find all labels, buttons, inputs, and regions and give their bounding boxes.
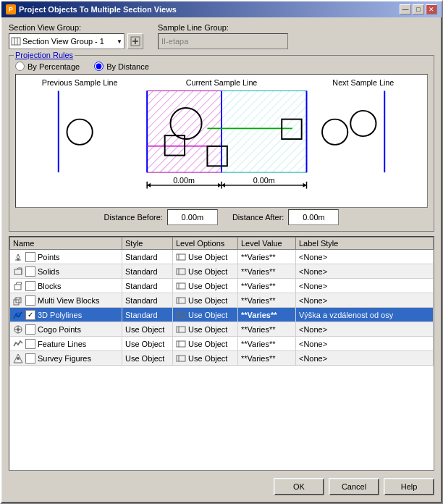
add-icon xyxy=(130,36,140,46)
row-style: Standard xyxy=(122,293,173,308)
row-style: Standard xyxy=(122,250,173,264)
distance-after-group: Distance After: 0.00m xyxy=(232,209,339,225)
row-checkbox[interactable]: ✓ xyxy=(25,310,35,320)
table-body: Points StandardUse Object**Varies**<None… xyxy=(10,250,434,366)
previous-label: Previous Sample Line xyxy=(42,78,118,87)
row-type-icon xyxy=(13,252,23,262)
row-checkbox[interactable] xyxy=(25,324,35,335)
row-type-icon xyxy=(13,339,23,349)
svg-point-66 xyxy=(17,328,20,331)
table-row[interactable]: Multi View Blocks StandardUse Object**Va… xyxy=(10,293,434,308)
col-header-level-options: Level Options xyxy=(173,238,238,250)
row-level-value: **Varies** xyxy=(238,322,296,337)
section-view-dropdown[interactable]: Section View Group - 1 ▼ xyxy=(9,33,125,49)
button-bar: OK Cancel Help xyxy=(9,475,434,497)
level-opt-icon xyxy=(176,295,186,306)
svg-rect-48 xyxy=(14,285,21,290)
row-label-style: Výška a vzdálenost od osy xyxy=(296,308,434,322)
svg-point-19 xyxy=(67,119,93,145)
svg-text:0.00m: 0.00m xyxy=(173,176,195,185)
minimize-button[interactable]: — xyxy=(400,4,411,14)
row-name: Points xyxy=(38,253,60,261)
section-view-group-field: Section View Group: Section View Group -… xyxy=(9,23,143,49)
section-view-icon xyxy=(11,36,21,46)
section-view-add-button[interactable] xyxy=(127,33,143,49)
next-label: Next Sample Line xyxy=(332,78,394,87)
objects-table-container: Name Style Level Options Level Value Lab… xyxy=(9,236,434,471)
row-checkbox[interactable] xyxy=(25,266,35,277)
row-style: Use Object xyxy=(122,322,173,337)
row-level-value: **Varies** xyxy=(238,279,296,293)
row-label-style: <None> xyxy=(296,351,434,366)
row-style: Standard xyxy=(122,264,173,279)
table-row[interactable]: Survey Figures Use ObjectUse Object**Var… xyxy=(10,351,434,366)
row-label-style: <None> xyxy=(296,250,434,264)
table-row[interactable]: Blocks StandardUse Object**Varies**<None… xyxy=(10,279,434,293)
maximize-button[interactable]: □ xyxy=(413,4,424,14)
row-level-options: Use Object xyxy=(188,282,227,290)
col-header-level-value: Level Value xyxy=(238,238,296,250)
by-distance-radio[interactable]: By Distance xyxy=(94,62,149,71)
row-checkbox[interactable] xyxy=(25,295,35,306)
cancel-button[interactable]: Cancel xyxy=(329,478,379,495)
svg-rect-8 xyxy=(147,91,222,172)
row-level-options: Use Object xyxy=(188,354,227,363)
row-label-style: <None> xyxy=(296,293,434,308)
distance-row: Distance Before: 0.00m Distance After: 0… xyxy=(15,208,428,227)
svg-rect-69 xyxy=(177,341,185,347)
by-percentage-label: By Percentage xyxy=(28,62,80,71)
row-style: Use Object xyxy=(122,351,173,366)
row-checkbox[interactable] xyxy=(25,353,35,364)
diagram-svg: Previous Sample Line Current Sample Line… xyxy=(16,75,427,207)
svg-point-21 xyxy=(322,119,347,145)
distance-after-input[interactable]: 0.00m xyxy=(288,209,339,225)
level-opt-icon xyxy=(176,266,186,277)
table-row[interactable]: Solids StandardUse Object**Varies**<None… xyxy=(10,264,434,279)
row-level-value: **Varies** xyxy=(238,250,296,264)
row-name: 3D Polylines xyxy=(38,311,82,319)
row-level-value: **Varies** xyxy=(238,351,296,366)
projection-rules-legend[interactable]: Projection Rules xyxy=(14,51,75,59)
svg-rect-39 xyxy=(177,254,185,260)
ok-button[interactable]: OK xyxy=(274,478,324,495)
help-button[interactable]: Help xyxy=(384,478,434,495)
row-level-value: **Varies** xyxy=(238,264,296,279)
row-level-options: Use Object xyxy=(188,325,227,334)
level-opt-icon xyxy=(176,339,186,349)
row-type-icon xyxy=(13,353,23,364)
row-name: Survey Figures xyxy=(38,354,91,363)
app-icon: P xyxy=(6,4,16,14)
table-row[interactable]: Points StandardUse Object**Varies**<None… xyxy=(10,250,434,264)
by-percentage-radio[interactable]: By Percentage xyxy=(15,62,80,71)
table-row[interactable]: Feature Lines Use ObjectUse Object**Vari… xyxy=(10,337,434,351)
level-opt-icon xyxy=(176,324,186,335)
table-header: Name Style Level Options Level Value Lab… xyxy=(10,238,434,250)
level-opt-icon xyxy=(176,310,186,320)
row-checkbox[interactable] xyxy=(25,339,35,349)
row-checkbox[interactable] xyxy=(25,281,35,291)
table-row[interactable]: Cogo Points Use ObjectUse Object**Varies… xyxy=(10,322,434,337)
top-form-row: Section View Group: Section View Group -… xyxy=(9,23,434,49)
row-name: Multi View Blocks xyxy=(38,296,99,305)
by-percentage-input[interactable] xyxy=(15,62,25,71)
section-view-controls: Section View Group - 1 ▼ xyxy=(9,33,143,49)
level-opt-icon xyxy=(176,281,186,291)
row-type-icon xyxy=(13,266,23,277)
row-style: Use Object xyxy=(122,337,173,351)
diagram-area: Previous Sample Line Current Sample Line… xyxy=(15,74,428,208)
row-level-value: **Varies** xyxy=(238,293,296,308)
level-opt-icon xyxy=(176,252,186,262)
distance-before-input[interactable]: 0.00m xyxy=(167,209,218,225)
by-distance-input[interactable] xyxy=(94,62,104,71)
row-name: Cogo Points xyxy=(38,325,81,334)
table-row[interactable]: ✓ 3D Polylines StandardUse Object**Varie… xyxy=(10,308,434,322)
main-window: P Project Objects To Multiple Section Vi… xyxy=(0,0,443,504)
sample-line-group-field: Sample Line Group: II-etapa xyxy=(158,23,288,49)
close-button[interactable]: ✕ xyxy=(426,4,437,14)
row-level-value: **Varies** xyxy=(238,337,296,351)
projection-radio-row: By Percentage By Distance xyxy=(15,59,428,71)
section-view-group-label: Section View Group: xyxy=(9,23,143,32)
row-name: Feature Lines xyxy=(38,340,86,348)
svg-rect-58 xyxy=(177,298,185,303)
row-checkbox[interactable] xyxy=(25,252,35,262)
